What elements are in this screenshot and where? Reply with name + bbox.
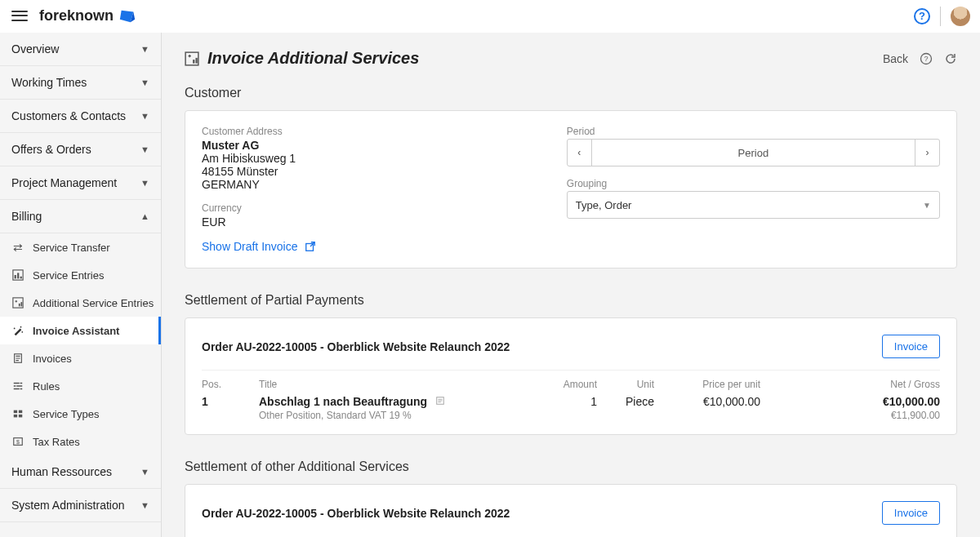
sidebar-item-label: Working Times: [11, 76, 87, 89]
invoice-button[interactable]: Invoice: [882, 335, 940, 358]
col-amount: Amount: [515, 379, 597, 390]
period-next-button[interactable]: ›: [915, 140, 939, 166]
row-pos: 1: [202, 395, 259, 408]
sidebar-sub-invoice-assistant[interactable]: Invoice Assistant: [0, 317, 161, 344]
chevron-up-icon: ▲: [140, 211, 149, 221]
chevron-down-icon: ▼: [140, 178, 149, 188]
sidebar-sub-service-transfer[interactable]: ⇄ Service Transfer: [0, 233, 161, 261]
period-value[interactable]: Period: [592, 147, 915, 159]
grouping-value: Type, Order: [576, 199, 632, 211]
svg-rect-3: [20, 277, 22, 279]
period-prev-button[interactable]: ‹: [568, 140, 592, 166]
svg-point-7: [20, 326, 22, 328]
refresh-icon[interactable]: [944, 52, 957, 65]
col-net: Net / Gross: [760, 379, 940, 390]
chart-plus-icon: [185, 51, 199, 66]
caret-down-icon: ▼: [923, 201, 931, 210]
sidebar-sub-label: Service Transfer: [33, 242, 110, 254]
sidebar-item-sysadmin[interactable]: System Administration ▼: [0, 489, 161, 522]
svg-rect-18: [193, 60, 194, 64]
customer-name: Muster AG: [202, 139, 534, 152]
brand-text: foreknown: [39, 7, 114, 24]
help-icon[interactable]: ?: [914, 8, 930, 24]
sidebar-sub-rules[interactable]: Rules: [0, 372, 161, 400]
row-gross: €11,900.00: [760, 410, 940, 421]
sidebar-item-billing[interactable]: Billing ▲: [0, 200, 161, 233]
row-unit: Piece: [597, 395, 654, 408]
sidebar-sub-additional-entries[interactable]: Additional Service Entries: [0, 289, 161, 317]
row-net: €10,000.00: [760, 395, 940, 408]
invoice-button[interactable]: Invoice: [882, 501, 940, 525]
row-amount: 1: [515, 395, 597, 408]
help-icon[interactable]: ?: [920, 52, 933, 65]
svg-rect-2: [17, 273, 19, 278]
sidebar-item-label: Project Management: [11, 176, 117, 189]
svg-rect-11: [14, 411, 17, 414]
svg-rect-6: [21, 302, 23, 306]
address-label: Customer Address: [202, 126, 534, 137]
sidebar-sub-invoices[interactable]: Invoices: [0, 344, 161, 372]
chevron-down-icon: ▼: [140, 44, 149, 54]
sidebar-sub-tax-rates[interactable]: $ Tax Rates: [0, 428, 161, 455]
period-label: Period: [567, 126, 940, 137]
svg-text:$: $: [16, 439, 20, 445]
svg-rect-1: [15, 275, 16, 278]
brand: foreknown: [39, 7, 136, 25]
sidebar-item-label: Overview: [11, 42, 59, 55]
note-icon[interactable]: [435, 397, 445, 408]
order-title: Order AU-2022-10005 - Oberblick Website …: [202, 507, 510, 520]
sidebar-item-working-times[interactable]: Working Times ▼: [0, 66, 161, 100]
svg-rect-5: [19, 304, 20, 307]
chevron-down-icon: ▼: [140, 111, 149, 121]
types-icon: [11, 407, 24, 420]
col-pos: Pos.: [202, 379, 259, 390]
invoice-icon: [11, 352, 24, 365]
period-selector: ‹ Period ›: [567, 139, 940, 166]
table-row: 1 Abschlag 1 nach Beauftragung 1 Piece €…: [202, 393, 940, 410]
user-avatar[interactable]: [951, 7, 970, 26]
partial-card: Order AU-2022-10005 - Oberblick Website …: [185, 317, 957, 435]
row-title: Abschlag 1 nach Beauftragung: [259, 395, 515, 408]
col-price: Price per unit: [654, 379, 760, 390]
external-link-icon: [305, 241, 316, 252]
customer-section-title: Customer: [185, 86, 957, 100]
svg-rect-12: [19, 411, 22, 414]
svg-text:?: ?: [924, 55, 928, 63]
svg-point-8: [14, 328, 16, 330]
currency-value: EUR: [202, 215, 534, 229]
grouping-label: Grouping: [567, 178, 940, 189]
sidebar-item-overview[interactable]: Overview ▼: [0, 33, 161, 66]
tax-icon: $: [11, 435, 24, 448]
sidebar-item-label: Human Ressources: [11, 465, 112, 478]
col-unit: Unit: [597, 379, 654, 390]
grouping-select[interactable]: Type, Order ▼: [567, 191, 940, 219]
sidebar-sub-label: Invoices: [33, 353, 72, 365]
chart-plus-icon: [11, 296, 24, 309]
sidebar-item-customers[interactable]: Customers & Contacts ▼: [0, 100, 161, 133]
chevron-down-icon: ▼: [140, 78, 149, 87]
sidebar-item-offers[interactable]: Offers & Orders ▼: [0, 133, 161, 166]
order-title: Order AU-2022-10005 - Oberblick Website …: [202, 340, 510, 353]
row-price: €10,000.00: [654, 395, 760, 408]
sidebar-item-hr[interactable]: Human Ressources ▼: [0, 455, 161, 489]
row-subtitle: Other Position, Standard VAT 19 %: [259, 410, 515, 421]
svg-rect-13: [14, 415, 17, 418]
svg-rect-19: [196, 57, 198, 63]
sidebar-sub-service-entries[interactable]: Service Entries: [0, 261, 161, 289]
other-card: Order AU-2022-10005 - Oberblick Website …: [185, 484, 957, 537]
sidebar-sub-service-types[interactable]: Service Types: [0, 400, 161, 428]
sidebar-item-label: System Administration: [11, 499, 125, 512]
sidebar-sub-label: Invoice Assistant: [33, 325, 119, 337]
sidebar-sub-label: Additional Service Entries: [33, 297, 154, 309]
back-link[interactable]: Back: [883, 52, 908, 65]
magic-wand-icon: [11, 324, 24, 337]
page-title: Invoice Additional Services: [207, 49, 419, 68]
sidebar-item-label: Offers & Orders: [11, 143, 91, 156]
show-draft-invoice-link[interactable]: Show Draft Invoice: [202, 240, 316, 253]
customer-country: GERMANY: [202, 178, 534, 191]
sidebar-item-label: Billing: [11, 210, 42, 223]
sidebar-item-project-mgmt[interactable]: Project Management ▼: [0, 166, 161, 200]
col-title: Title: [259, 379, 515, 390]
menu-button[interactable]: [10, 7, 29, 26]
sidebar-sub-label: Rules: [33, 380, 60, 393]
